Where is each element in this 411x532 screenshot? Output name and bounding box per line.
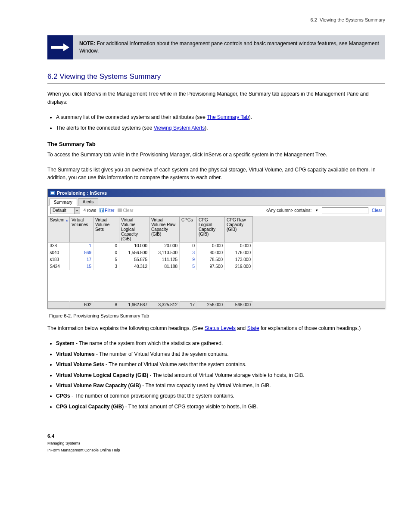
link-status-levels[interactable]: Status Levels: [205, 325, 236, 331]
view-select[interactable]: Default: [50, 207, 75, 214]
list-item: CPG Logical Capacity (GiB) - The total a…: [56, 402, 385, 411]
summary-desc: The Summary tab's list gives you an over…: [47, 166, 385, 182]
col-vvsets[interactable]: Virtual Volume Sets: [93, 216, 119, 242]
summary-intro: To access the Summary tab while in the P…: [47, 151, 385, 159]
tab-summary[interactable]: Summary: [49, 199, 77, 205]
eraser-icon: [118, 208, 122, 213]
col-cpgraw[interactable]: CPG Raw Capacity (GiB): [225, 216, 253, 242]
link-summary-tab[interactable]: The Summary Tab: [207, 114, 249, 120]
list-item: A summary list of the connected systems …: [56, 113, 385, 121]
note-box: NOTE: For additional information about t…: [47, 35, 385, 59]
list-item: Virtual Volumes - The number of Virtual …: [56, 350, 385, 358]
svg-rect-0: [51, 46, 63, 49]
page-number: 6.4: [47, 432, 385, 439]
svg-marker-1: [63, 44, 69, 51]
window-titlebar: Provisioning : InServs: [48, 189, 385, 197]
tab-bar: Summary Alerts: [48, 197, 385, 205]
col-system[interactable]: System▲: [48, 216, 70, 242]
toolbar: Default ▼ 4 rows Filter Clear <Any colum…: [48, 205, 385, 216]
filter-button[interactable]: Filter: [100, 208, 114, 213]
table-row[interactable]: s183 17 5 55.875 111.125 9 78.500 173.00…: [48, 256, 385, 263]
figure-caption: Figure 6-2. Provisioning Systems Summary…: [49, 313, 385, 318]
search-input[interactable]: [322, 207, 368, 214]
link-system-alerts[interactable]: Viewing System Alerts: [154, 125, 205, 131]
search-label: <Any column> contains:: [265, 208, 311, 213]
section-separator: [47, 84, 385, 84]
main-heading: 6.2 Viewing the Systems Summary: [47, 72, 385, 81]
link-state[interactable]: State: [247, 325, 259, 331]
sub-heading: The Summary Tab: [47, 141, 385, 147]
sort-asc-icon: ▲: [65, 218, 68, 222]
table-row[interactable]: S424 15 3 40.312 81.188 5 97.500 219.000: [48, 263, 385, 270]
intro-bullets: A summary list of the connected systems …: [47, 113, 385, 132]
summary-table: System▲ Virtual Volumes Virtual Volume S…: [48, 216, 385, 308]
provisioning-summary-figure: Provisioning : InServs Summary Alerts De…: [47, 189, 385, 309]
col-cpgs[interactable]: CPGs: [180, 216, 197, 242]
clear-filter-button: Clear: [118, 208, 133, 213]
list-item: Virtual Volume Sets - The number of Virt…: [56, 360, 385, 369]
list-item: CPGs - The number of common provisioning…: [56, 392, 385, 400]
col-vvrraw[interactable]: Virtual Volume Raw Capacity (GiB): [149, 216, 180, 242]
col-vvlog[interactable]: Virtual Volume Logical Capacity (GiB): [119, 216, 149, 242]
footer-line1: Managing Systems: [47, 441, 385, 446]
list-item: The alerts for the connected systems (se…: [56, 124, 385, 132]
totals-row: 602 8 1,662.687 3,325.812 17 256.000 568…: [48, 301, 385, 308]
page-header: 6.2 Viewing the Systems Summary: [47, 17, 385, 22]
col-cpglog[interactable]: CPG Logical Capacity (GiB): [197, 216, 225, 242]
col-vv[interactable]: Virtual Volumes: [70, 216, 93, 242]
chevron-down-icon[interactable]: ▼: [315, 208, 318, 212]
svg-rect-3: [51, 192, 54, 194]
column-definitions: System - The name of the system from whi…: [47, 339, 385, 411]
list-item: Virtual Volume Raw Capacity (GiB) - The …: [56, 381, 385, 390]
filter-icon: [100, 208, 104, 213]
window-icon: [50, 191, 55, 195]
svg-rect-6: [118, 208, 122, 212]
table-row[interactable]: 338 1 0 10.000 20.000 0 0.000 0.000: [48, 242, 385, 249]
list-item: Virtual Volume Logical Capacity (GiB) - …: [56, 371, 385, 380]
after-figure-text: The information below explains the follo…: [47, 324, 385, 333]
note-arrow-icon: [47, 35, 73, 59]
row-count: 4 rows: [84, 208, 96, 213]
chevron-down-icon[interactable]: ▼: [74, 207, 80, 214]
intro-text: When you click InServs in the Management…: [47, 90, 385, 106]
footer-line2: InForm Management Console Online Help: [47, 448, 385, 453]
list-item: System - The name of the system from whi…: [56, 339, 385, 348]
tab-alerts[interactable]: Alerts: [78, 198, 99, 205]
table-row[interactable]: s040 569 0 1,556.500 3,113.500 3 80.000 …: [48, 249, 385, 256]
clear-search-button[interactable]: Clear: [372, 208, 382, 213]
